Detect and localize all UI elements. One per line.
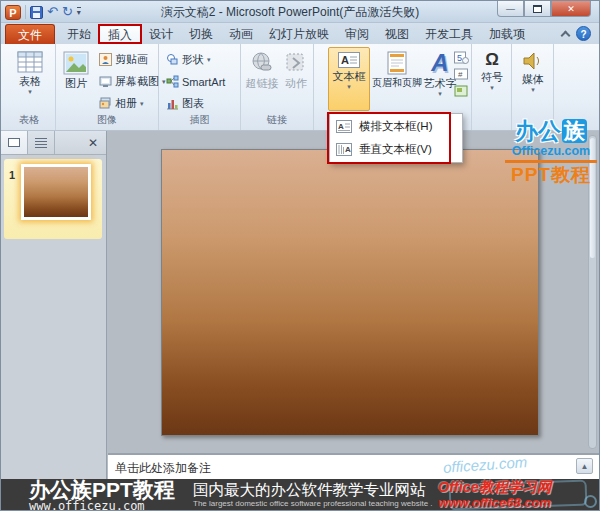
tab-animations[interactable]: 动画 <box>221 24 261 44</box>
undo-button[interactable]: ↶ <box>47 5 58 19</box>
tab-developer[interactable]: 开发工具 <box>417 24 481 44</box>
watermark-ppt-label: PPT教程 <box>502 164 600 185</box>
symbol-button[interactable]: Ω 符号 ▾ <box>475 47 509 111</box>
svg-text:A: A <box>341 54 349 66</box>
slide-number-icon[interactable]: # <box>454 68 469 81</box>
action-button[interactable]: 动作 <box>281 47 311 111</box>
tab-slideshow[interactable]: 幻灯片放映 <box>261 24 337 44</box>
footer-banner: 办公族PPT教程 www.officezu.com 国内最大的办公软件教学专业网… <box>1 479 600 511</box>
separator <box>25 5 26 19</box>
symbol-label: 符号 <box>481 71 503 83</box>
header-footer-icon <box>387 51 407 75</box>
header-footer-button[interactable]: 页眉和页脚 <box>371 47 423 111</box>
insert-object-icon[interactable] <box>454 85 469 98</box>
clipart-button[interactable]: 剪贴画 <box>96 50 166 69</box>
screenshot-label: 屏幕截图 <box>115 74 159 89</box>
smartart-button[interactable]: SmartArt <box>163 72 225 91</box>
footer-slogan-cn: 国内最大的办公软件教学专业网站 <box>193 480 433 499</box>
save-icon[interactable] <box>30 6 43 19</box>
powerpoint-window: P ↶ ↻ ▾ 演示文稿2 - Microsoft PowerPoint(产品激… <box>0 0 600 511</box>
help-icon[interactable]: ? <box>576 26 591 41</box>
dropdown-arrow-icon: ▾ <box>28 89 32 95</box>
textbox-button[interactable]: A 文本框 ▾ <box>328 47 370 111</box>
picture-label: 图片 <box>65 77 87 89</box>
group-tables: 表格 ▾ 表格 <box>3 44 56 130</box>
slide-canvas[interactable] <box>161 149 539 436</box>
photo-album-icon <box>99 97 112 110</box>
notes-pane[interactable]: 单击此处添加备注 officezu.com ▲ <box>108 453 600 479</box>
quick-access-toolbar: P ↶ ↻ ▾ <box>5 3 81 21</box>
svg-text:5: 5 <box>457 53 462 63</box>
shapes-label: 形状 <box>182 52 204 67</box>
svg-text:A: A <box>338 122 344 131</box>
menu-item-vertical-textbox[interactable]: A 垂直文本框(V) <box>331 138 461 161</box>
tab-slides-thumbnails[interactable] <box>1 131 28 154</box>
restore-button[interactable] <box>524 1 551 17</box>
tab-outline[interactable] <box>28 131 55 154</box>
photo-album-button[interactable]: 相册 ▾ <box>96 94 166 113</box>
shapes-icon <box>166 53 179 66</box>
outline-icon <box>35 138 47 148</box>
notes-scroll-up-button[interactable]: ▲ <box>576 458 593 474</box>
footer-brand: 办公族PPT教程 <box>29 479 175 500</box>
title-bar: P ↶ ↻ ▾ 演示文稿2 - Microsoft PowerPoint(产品激… <box>1 1 599 23</box>
clipart-icon <box>99 53 112 66</box>
wordart-label: 艺术字 <box>424 77 457 89</box>
smartart-icon <box>166 75 179 88</box>
wordart-button[interactable]: A 艺术字 ▾ <box>423 47 457 111</box>
notes-watermark-script: officezu.com <box>443 453 528 476</box>
screenshot-button[interactable]: 屏幕截图 ▾ <box>96 72 166 91</box>
dropdown-arrow-icon: ▾ <box>531 87 535 93</box>
slide-thumbnail-icon <box>8 138 20 147</box>
tab-addins[interactable]: 加载项 <box>481 24 533 44</box>
minimize-button[interactable]: — <box>497 1 524 17</box>
collapse-ribbon-icon[interactable] <box>561 31 571 41</box>
textbox-icon: A <box>338 52 360 68</box>
footer-right-name: Office教程学习网 <box>438 479 551 496</box>
picture-icon <box>63 51 89 75</box>
tab-insert[interactable]: 插入 <box>99 24 141 44</box>
clipart-label: 剪贴画 <box>115 52 148 67</box>
chart-icon <box>166 97 179 110</box>
tab-view[interactable]: 视图 <box>377 24 417 44</box>
vertical-textbox-icon: A <box>336 143 352 156</box>
insert-picture-button[interactable]: 图片 <box>59 47 93 111</box>
powerpoint-app-icon[interactable]: P <box>5 5 21 20</box>
footer-slogan-en: The largest domestic office software pro… <box>193 499 433 508</box>
menu-item-horizontal-textbox[interactable]: A 横排文本框(H) <box>331 115 461 138</box>
slides-panel-tabs: ✕ <box>1 131 106 155</box>
notes-placeholder[interactable]: 单击此处添加备注 <box>115 460 211 477</box>
officezu-watermark: 办公 族 Officezu.com PPT教程 <box>502 118 600 185</box>
redo-button[interactable]: ↻ <box>62 5 73 19</box>
customize-qat-icon[interactable]: ▾ <box>77 7 81 17</box>
date-time-icon[interactable]: 5 <box>454 51 469 64</box>
action-label: 动作 <box>285 77 307 89</box>
insert-table-button[interactable]: 表格 ▾ <box>11 47 49 111</box>
svg-text:#: # <box>458 70 463 79</box>
tab-design[interactable]: 设计 <box>141 24 181 44</box>
footer-brand-url: www.officezu.com <box>29 500 175 511</box>
table-label: 表格 <box>19 75 41 87</box>
footer-right-url: www.office68.com <box>438 496 551 510</box>
group-label-tables: 表格 <box>3 113 55 127</box>
tab-review[interactable]: 审阅 <box>337 24 377 44</box>
watermark-brand-left: 办公 <box>515 118 561 144</box>
tab-insert-label: 插入 <box>108 28 132 42</box>
svg-text:A: A <box>345 145 351 154</box>
textbox-dropdown-menu: A 横排文本框(H) A 垂直文本框(V) <box>329 113 463 163</box>
header-footer-label: 页眉和页脚 <box>372 77 422 89</box>
media-button[interactable]: 媒体 ▾ <box>516 47 550 111</box>
action-icon <box>284 51 308 75</box>
wordart-icon: A <box>431 51 448 75</box>
hyperlink-label: 超链接 <box>246 77 279 89</box>
tab-transitions[interactable]: 切换 <box>181 24 221 44</box>
chart-button[interactable]: 图表 <box>163 94 225 113</box>
tab-home[interactable]: 开始 <box>59 24 99 44</box>
shapes-button[interactable]: 形状 ▾ <box>163 50 225 69</box>
close-button[interactable]: ✕ <box>551 1 591 17</box>
tab-file[interactable]: 文件 <box>5 24 55 44</box>
hyperlink-button[interactable]: 超链接 <box>243 47 281 111</box>
slide-1-thumbnail[interactable] <box>21 164 91 220</box>
chart-label: 图表 <box>182 96 204 111</box>
close-panel-button[interactable]: ✕ <box>80 131 106 154</box>
